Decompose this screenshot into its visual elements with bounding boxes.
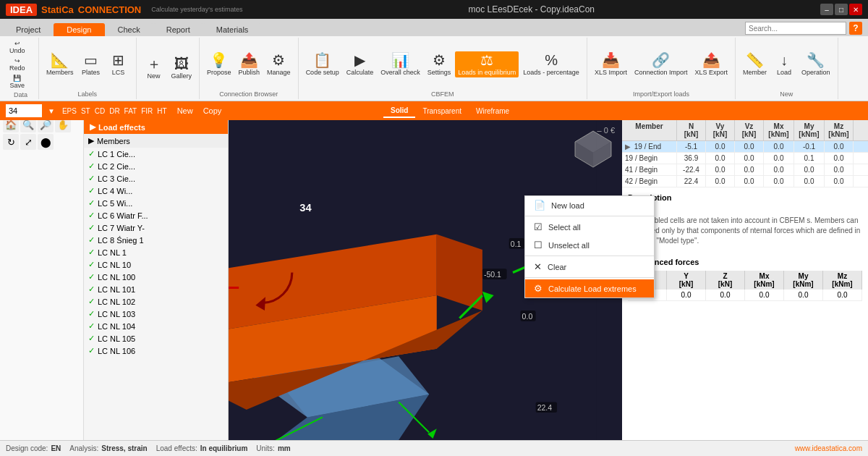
list-item[interactable]: ✓ LC NL 104: [84, 320, 228, 332]
td-mz: 0.0: [825, 153, 854, 164]
loads-pct-icon: %: [545, 53, 558, 67]
loads-in-equilibrium-button[interactable]: ⚖ Loads in equilibrium: [455, 51, 519, 77]
plates-label-button[interactable]: ▭ Plates: [78, 51, 104, 77]
dr-tab[interactable]: DR: [109, 107, 119, 115]
help-button[interactable]: ?: [849, 22, 862, 35]
unselect-all-menu-item[interactable]: ☐ Unselect all: [525, 236, 654, 254]
operation-button[interactable]: 🔧 Operation: [799, 51, 833, 77]
loads-percentage-button[interactable]: % Loads - percentage: [520, 51, 582, 77]
tab-design[interactable]: Design: [54, 23, 104, 36]
settings-button[interactable]: ⚙ Settings: [425, 51, 454, 77]
search-input[interactable]: [745, 22, 846, 35]
minimize-button[interactable]: –: [820, 4, 833, 15]
cd-tab[interactable]: CD: [95, 107, 105, 115]
fir-tab[interactable]: FIR: [141, 107, 153, 115]
list-item[interactable]: ✓ LC NL 100: [84, 271, 228, 283]
list-item[interactable]: ✓ LC 7 Wiatr Y-: [84, 221, 228, 234]
list-item[interactable]: ✓ LC 3 Cie...: [84, 172, 228, 185]
redo-button[interactable]: ↪ Redo: [7, 56, 27, 72]
table-row[interactable]: 41 / Begin -22.4 0.0 0.0 0.0 0.0 0.0: [622, 164, 868, 176]
select-all-menu-item[interactable]: ☑ Select all: [525, 218, 654, 236]
list-item[interactable]: ✓ LC NL 106: [84, 345, 228, 357]
gallery-button[interactable]: 🖼 Gallery: [169, 55, 195, 81]
members-header[interactable]: ▶ Members: [84, 134, 228, 148]
pictures-group-label: Connection Browser: [204, 89, 294, 98]
new-load-menu-item[interactable]: 📄 New load: [525, 196, 654, 214]
maximize-button[interactable]: □: [835, 4, 848, 15]
st-tab[interactable]: ST: [81, 107, 90, 115]
list-item[interactable]: ✓ LC 4 Wi...: [84, 185, 228, 197]
publish-button[interactable]: 📤 Publish: [236, 51, 263, 77]
member-button[interactable]: 📏 Member: [740, 51, 770, 77]
load-effects-panel: ▶ Load effects ▶ Members ✓ LC 1 Cie... ✓…: [84, 120, 229, 440]
titlebar: IDEA StatiCa CONNECTION Calculate yester…: [0, 0, 868, 19]
list-item[interactable]: ✓ LC 5 Wi...: [84, 197, 228, 209]
nav-cube[interactable]: [571, 127, 615, 171]
propose-button[interactable]: 💡 Propose: [204, 51, 234, 77]
ribbon-group-new-section: 📏 Member ↓ Load 🔧 Operation New: [736, 38, 838, 99]
list-item[interactable]: ✓ LC 8 Śnieg 1: [84, 234, 228, 246]
calculate-button[interactable]: ▶ Calculate: [344, 51, 377, 77]
tab-materials[interactable]: Materials: [203, 23, 262, 36]
expand-icon[interactable]: ⤢: [20, 134, 36, 150]
table-row[interactable]: ▶ 19 / End -5.1 0.0 0.0 0.0 -0.1 0.0: [622, 141, 868, 153]
th-my: My[kNm]: [794, 120, 825, 140]
members-icon: 📐: [51, 53, 69, 67]
wireframe-view-button[interactable]: Wireframe: [469, 105, 516, 117]
new-button-bar[interactable]: New: [177, 106, 193, 115]
svg-text:0.0: 0.0: [522, 312, 533, 321]
load-button[interactable]: ↓ Load: [771, 51, 797, 77]
xls-export-button[interactable]: 📤 XLS Export: [692, 51, 731, 77]
check-icon: ✓: [88, 174, 95, 183]
load-effects-status: Load effects: In equilibrium: [156, 444, 248, 452]
solid-view-button[interactable]: Solid: [383, 104, 415, 118]
ht-tab[interactable]: HT: [157, 107, 166, 115]
list-item[interactable]: ✓ LC 2 Cie...: [84, 160, 228, 172]
list-item[interactable]: ✓ LC NL 101: [84, 283, 228, 295]
tab-project[interactable]: Project: [3, 23, 54, 36]
th-member: Member: [622, 120, 677, 140]
list-item[interactable]: ✓ LC NL 105: [84, 332, 228, 345]
manage-button[interactable]: ⚙ Manage: [264, 51, 294, 77]
tab-check[interactable]: Check: [105, 23, 153, 36]
clear-menu-item[interactable]: ✕ Clear: [525, 258, 654, 276]
save-button[interactable]: 💾 Save: [7, 74, 27, 90]
list-item[interactable]: ✓ LC NL 103: [84, 308, 228, 320]
undo-button[interactable]: ↩ Undo: [7, 39, 27, 55]
table-row[interactable]: 19 / Begin 36.9 0.0 0.0 0.0 0.1 0.0: [622, 153, 868, 164]
code-setup-button[interactable]: 📋 Code setup: [303, 51, 342, 77]
lcs-label-button[interactable]: ⊞ LCS: [106, 51, 132, 77]
close-button[interactable]: ✕: [849, 4, 862, 15]
analysis-value: Stress, strain: [101, 444, 147, 452]
list-item[interactable]: ✓ LC 1 Cie...: [84, 148, 228, 160]
list-item[interactable]: ✓ LC NL 102: [84, 295, 228, 308]
connection-import-button[interactable]: 🔗 Connection Import: [631, 51, 691, 77]
members-label-button[interactable]: 📐 Members: [43, 51, 77, 77]
right-description: Description r X+ s in disabled cells are…: [622, 187, 868, 252]
rotate-icon[interactable]: ↻: [3, 134, 19, 150]
section-name: CONNECTION: [78, 4, 141, 15]
description-title: Description: [628, 193, 862, 202]
list-item[interactable]: ✓ LC NL 10: [84, 258, 228, 271]
calc-extremes-menu-item[interactable]: ⚙ Calculate Load extremes: [525, 279, 654, 297]
statusbar: Design code: EN Analysis: Stress, strain…: [0, 440, 868, 456]
eps-tab[interactable]: EPS: [62, 107, 77, 115]
fat-tab[interactable]: FAT: [124, 107, 137, 115]
data-group-label: Data: [7, 90, 34, 98]
td-my: -0.1: [794, 141, 825, 152]
dot-icon[interactable]: ⬤: [38, 134, 54, 150]
ub-y: 0.0: [667, 290, 706, 301]
website-link[interactable]: www.ideastatica.com: [795, 444, 862, 452]
node-number-input[interactable]: [6, 104, 42, 117]
transparent-view-button[interactable]: Transparent: [415, 105, 469, 117]
tab-report[interactable]: Report: [153, 23, 203, 36]
list-item[interactable]: ✓ LC NL 1: [84, 246, 228, 258]
overall-check-button[interactable]: 📊 Overall check: [378, 51, 423, 77]
copy-button-bar[interactable]: Copy: [203, 106, 222, 115]
td-vz: 0.0: [735, 153, 764, 164]
xls-import-button[interactable]: 📥 XLS Import: [592, 51, 630, 77]
calc-extremes-icon: ⚙: [534, 283, 542, 294]
table-row[interactable]: 42 / Begin 22.4 0.0 0.0 0.0 0.0 0.0: [622, 176, 868, 187]
new-button[interactable]: ＋ New: [141, 55, 167, 81]
list-item[interactable]: ✓ LC 6 Wiatr F...: [84, 209, 228, 221]
